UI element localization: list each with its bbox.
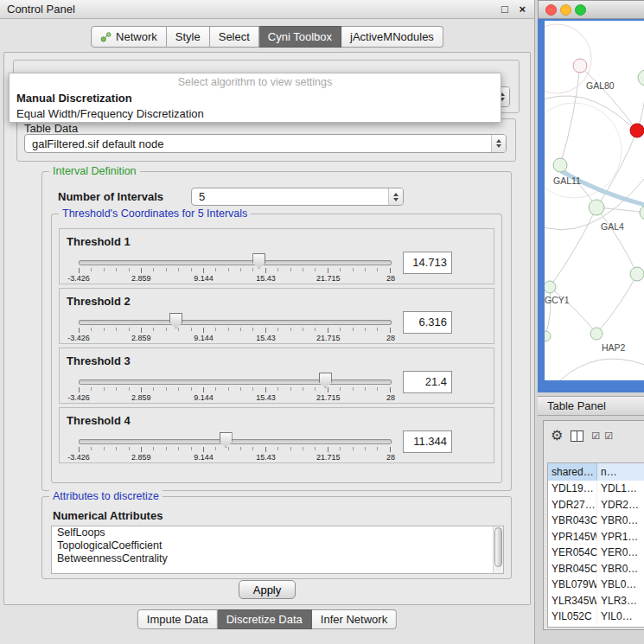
scale-tick-label: 2.859 [131, 334, 151, 342]
close-traffic-light[interactable] [545, 4, 557, 16]
minimize-traffic-light[interactable] [560, 4, 571, 16]
column-header-1[interactable]: n… [597, 463, 644, 481]
stepper-icon [388, 188, 403, 205]
table-data-value: galFiltered.sif default node [25, 137, 491, 150]
column-header-0[interactable]: shared… [548, 463, 597, 481]
threshold-slider-thumb[interactable] [169, 313, 182, 328]
attribute-list-item[interactable]: SelfLoops [52, 526, 503, 539]
threshold-slider-track[interactable] [79, 379, 392, 385]
scale-tick-label: 21.715 [316, 274, 341, 283]
tab-discretize-data[interactable]: Discretize Data [218, 609, 312, 629]
threshold-slider-track[interactable] [79, 320, 392, 325]
cyni-toolbox-panel: Discretization Algorithm Table Data galF… [3, 52, 531, 605]
table-cell: YBL079W [548, 577, 597, 593]
table-row[interactable]: YDL19…YDL1… [548, 481, 644, 497]
tab-network[interactable]: Network [91, 26, 167, 48]
table-row[interactable]: YLR345WYLR3… [548, 593, 644, 609]
gear-icon[interactable]: ⚙ [551, 429, 563, 443]
close-window-icon[interactable]: × [519, 3, 526, 16]
threshold-value-field[interactable]: 21.4 [403, 371, 452, 393]
number-of-intervals-select[interactable]: 5 [191, 188, 404, 206]
background-arc [545, 24, 591, 93]
scale-tick-label: -3.426 [67, 453, 90, 462]
tab-label: Discretize Data [226, 613, 303, 626]
apply-button[interactable]: Apply [239, 580, 296, 599]
slider-scale-labels: -3.4262.8599.14415.4321.71528 [79, 393, 391, 402]
scrollbar-thumb[interactable] [494, 527, 502, 567]
network-window-titlebar [538, 0, 644, 19]
node-label: GAL80 [586, 80, 615, 91]
algorithm-dropdown-popup: Select algorithm to view settings Manual… [9, 73, 501, 123]
table-row[interactable]: YER054CYER0… [548, 545, 644, 561]
control-panel-titlebar: Control Panel □ × [0, 0, 534, 19]
tab-label: Style [175, 30, 201, 43]
table-row[interactable]: YBR045CYBR0… [548, 561, 644, 577]
threshold-value-field[interactable]: 11.344 [403, 430, 452, 453]
bottom-tab-bar: Impute DataDiscretize DataInfer Network [137, 609, 397, 629]
scrollbar[interactable] [493, 526, 503, 573]
attribute-list-item[interactable]: BetweennessCentrality [52, 552, 503, 565]
threshold-slider-thumb[interactable] [252, 253, 265, 269]
number-of-intervals-value: 5 [192, 190, 388, 203]
float-window-icon[interactable]: □ [501, 3, 508, 16]
slider-ticks [79, 268, 391, 273]
network-canvas[interactable]: GAL80GAL11GAL4GCY1HAP2 [545, 21, 644, 380]
table-row[interactable]: YDR27…YDR2… [548, 497, 644, 513]
tab-label: Infer Network [321, 613, 387, 626]
zoom-traffic-light[interactable] [575, 4, 586, 16]
interval-definition-label: Interval Definition [49, 165, 140, 177]
threshold-label: Threshold 3 [67, 354, 131, 367]
table-cell: YBR0… [597, 513, 644, 529]
tab-jactivemnodules[interactable]: jActiveMNodules [341, 26, 443, 48]
algorithm-option-equal-width-frequency[interactable]: Equal Width/Frequency Discretization [10, 105, 501, 122]
network-edge [545, 96, 631, 126]
interval-definition-group: Interval Definition Number of Intervals … [41, 171, 512, 491]
threshold-slider-thumb[interactable] [220, 432, 233, 448]
threshold-slider-thumb[interactable] [319, 373, 332, 388]
algorithm-option-manual-discretization[interactable]: Manual Discretization [10, 90, 501, 105]
table-row[interactable]: YBR043CYBR0… [548, 513, 644, 529]
threshold-value-field[interactable]: 14.713 [403, 252, 452, 274]
tab-infer-network[interactable]: Infer Network [312, 609, 397, 629]
threshold-slider-track[interactable] [79, 260, 392, 265]
network-node[interactable] [545, 331, 551, 341]
node-label: HAP2 [602, 342, 626, 353]
network-node[interactable] [638, 70, 644, 86]
network-node-gcy1[interactable] [545, 281, 556, 293]
network-node[interactable] [640, 206, 644, 220]
network-node-gal4[interactable] [589, 200, 604, 215]
network-node-gal11[interactable] [553, 158, 567, 172]
network-node[interactable] [630, 124, 644, 137]
node-label: GCY1 [545, 295, 570, 305]
threshold-panel-2: Threshold 2-3.4262.8599.14415.4321.71528… [59, 288, 494, 344]
scale-tick-label: 15.43 [256, 453, 276, 462]
tab-cyni-toolbox[interactable]: Cyni Toolbox [259, 26, 341, 48]
table-panel-titlebar: Table Panel [538, 396, 644, 416]
tab-select[interactable]: Select [210, 26, 259, 48]
thresholds-group-label: Threshold's Coordinates for 5 Intervals [59, 207, 251, 220]
numerical-attributes-label: Numerical Attributes [53, 509, 163, 522]
network-node-gal80[interactable] [573, 59, 587, 73]
table-row[interactable]: YBL079WYBL0… [548, 577, 644, 593]
scale-tick-label: 9.144 [194, 274, 214, 283]
threshold-value-field[interactable]: 6.316 [403, 311, 452, 334]
algorithm-placeholder-option: Select algorithm to view settings [10, 73, 501, 90]
tab-style[interactable]: Style [167, 26, 210, 48]
network-edge [580, 66, 637, 131]
table-data-select[interactable]: galFiltered.sif default node [24, 134, 507, 153]
attributes-group-label: Attributes to discretize [49, 490, 163, 502]
threshold-slider-track[interactable] [79, 439, 392, 444]
columns-icon[interactable] [571, 430, 583, 442]
scale-tick-label: 15.43 [256, 274, 276, 283]
tab-label: jActiveMNodules [350, 30, 434, 43]
number-of-intervals-label: Number of Intervals [58, 190, 163, 203]
table-row[interactable]: YIL052CYIL0… [548, 609, 644, 625]
tab-impute-data[interactable]: Impute Data [137, 609, 218, 629]
slider-scale-labels: -3.4262.8599.14415.4321.71528 [79, 453, 391, 462]
attribute-list-item[interactable]: TopologicalCoefficient [52, 539, 503, 552]
table-row[interactable]: YPR145WYPR1… [548, 529, 644, 545]
network-node[interactable] [630, 267, 644, 281]
select-checks-icon[interactable]: ☑ ☑ [591, 430, 614, 442]
scale-tick-label: 9.144 [194, 393, 214, 402]
network-node-hap2[interactable] [590, 328, 603, 340]
